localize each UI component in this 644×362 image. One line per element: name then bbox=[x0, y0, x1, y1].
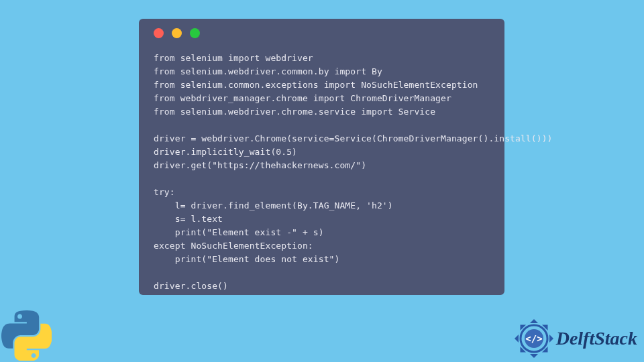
code-block: from selenium import webdriver from sele… bbox=[154, 52, 490, 293]
svg-marker-2 bbox=[549, 335, 553, 343]
svg-marker-0 bbox=[530, 319, 538, 323]
svg-marker-4 bbox=[530, 354, 538, 358]
delftstack-name: DelftStack bbox=[556, 328, 637, 349]
minimize-icon bbox=[172, 28, 182, 38]
svg-marker-6 bbox=[515, 335, 519, 343]
code-window: from selenium import webdriver from sele… bbox=[139, 19, 504, 295]
traffic-lights bbox=[154, 28, 490, 38]
svg-text:</>: </> bbox=[525, 333, 542, 344]
python-logo-icon bbox=[1, 310, 52, 361]
delftstack-logo: </> DelftStack bbox=[513, 318, 637, 359]
delftstack-badge-icon: </> bbox=[513, 318, 555, 359]
close-icon bbox=[154, 28, 164, 38]
maximize-icon bbox=[190, 28, 200, 38]
